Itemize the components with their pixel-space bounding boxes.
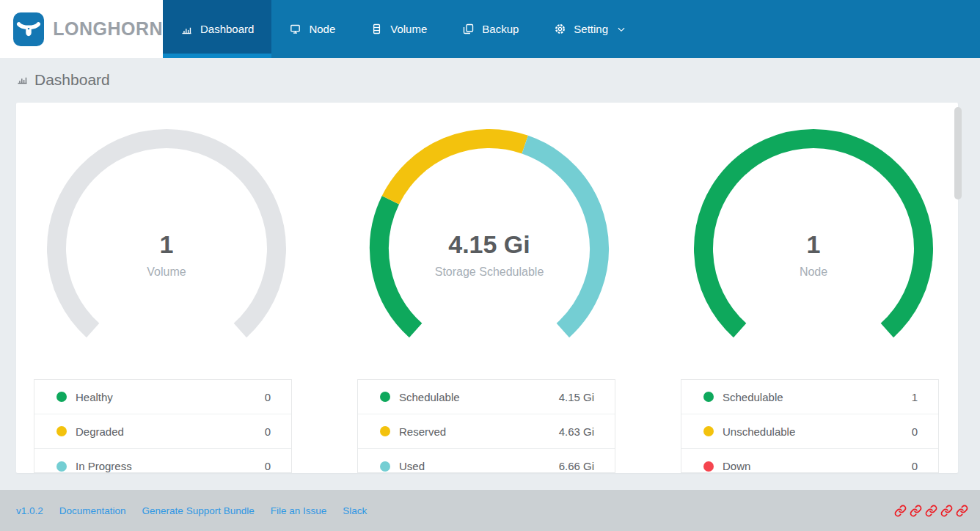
storage-gauge: 4.15 Gi Storage Schedulable	[368, 128, 610, 370]
copy-backup-icon	[462, 23, 475, 35]
legend-row-down[interactable]: Down 0	[681, 449, 938, 473]
link-icon[interactable]	[910, 505, 922, 517]
unschedulable-dot	[703, 426, 714, 436]
legend-row-used[interactable]: Used 6.66 Gi	[358, 449, 615, 473]
legend-label: Down	[723, 460, 750, 472]
volume-count: 1	[64, 230, 269, 259]
legend-row-reserved[interactable]: Reserved 4.63 Gi	[358, 414, 615, 449]
legend-row-healthy[interactable]: Healthy 0	[34, 380, 291, 414]
degraded-dot	[56, 426, 67, 436]
storage-schedulable-value: 4.15 Gi	[387, 230, 592, 259]
node-count: 1	[711, 230, 916, 259]
schedulable-dot	[703, 392, 714, 402]
legend-value: 0	[912, 460, 918, 472]
nav-tab-label: Node	[309, 23, 335, 35]
legend-label: Degraded	[76, 425, 124, 438]
link-icon[interactable]	[894, 505, 907, 517]
scrollbar-thumb[interactable]	[954, 107, 962, 199]
legend-label: Schedulable	[399, 391, 460, 403]
legend-value: 0	[265, 425, 271, 438]
legend-value: 6.66 Gi	[559, 460, 594, 472]
bar-chart-icon	[16, 73, 29, 88]
page-title: Dashboard	[34, 71, 110, 89]
node-legend: Schedulable 1 Unschedulable 0 Down 0	[681, 379, 939, 473]
legend-row-unschedulable[interactable]: Unschedulable 0	[681, 414, 938, 449]
volume-gauge-label: Volume	[64, 266, 269, 279]
logo[interactable]: LONGHORN	[0, 0, 163, 58]
legend-label: Unschedulable	[723, 425, 795, 438]
nav-tab-node[interactable]: Node	[271, 0, 353, 58]
storage-legend: Schedulable 4.15 Gi Reserved 4.63 Gi Use…	[357, 379, 615, 473]
link-icon[interactable]	[940, 505, 953, 517]
legend-label: Healthy	[76, 391, 113, 403]
legend-value: 4.63 Gi	[559, 425, 594, 438]
reserved-dot	[380, 426, 390, 436]
link-icon[interactable]	[925, 505, 937, 517]
legend-row-node-schedulable[interactable]: Schedulable 1	[681, 380, 938, 414]
legend-value: 4.15 Gi	[559, 391, 594, 403]
nav-tab-backup[interactable]: Backup	[445, 0, 536, 58]
volume-legend: Healthy 0 Degraded 0 In Progress 0	[34, 379, 292, 473]
bar-chart-icon	[180, 23, 193, 35]
healthy-dot	[56, 392, 67, 402]
legend-label: In Progress	[76, 460, 132, 472]
nav-menu: Dashboard Node Volume	[163, 0, 644, 58]
brand-text: LONGHORN	[53, 18, 163, 40]
in-progress-dot	[56, 461, 67, 472]
nav-tab-setting[interactable]: Setting	[536, 0, 644, 58]
nav-tab-label: Volume	[390, 23, 427, 35]
legend-row-degraded[interactable]: Degraded 0	[34, 414, 291, 449]
legend-row-schedulable[interactable]: Schedulable 4.15 Gi	[358, 380, 615, 414]
legend-value: 0	[265, 460, 271, 472]
dashboard-card: 1 Volume 4.15 Gi Storage Schedulable 1 N…	[16, 103, 958, 473]
footer: v1.0.2 Documentation Generate Support Bu…	[0, 490, 980, 531]
file-an-issue-link[interactable]: File an Issue	[271, 505, 327, 516]
page-header: Dashboard	[16, 71, 110, 89]
down-dot	[703, 461, 714, 472]
slack-link[interactable]: Slack	[343, 505, 367, 516]
legend-label: Used	[399, 460, 425, 472]
storage-stack-icon	[370, 23, 383, 35]
nav-tab-label: Backup	[482, 23, 519, 35]
nav-tab-dashboard[interactable]: Dashboard	[163, 0, 271, 58]
volume-gauge: 1 Volume	[45, 128, 288, 370]
node-gauge: 1 Node	[692, 128, 935, 370]
schedulable-dot	[380, 392, 390, 402]
chevron-down-icon	[616, 24, 626, 34]
nav-tab-volume[interactable]: Volume	[353, 0, 445, 58]
legend-label: Reserved	[399, 425, 446, 438]
top-navbar: LONGHORN Dashboard Node	[0, 0, 980, 58]
storage-gauge-label: Storage Schedulable	[387, 266, 592, 279]
legend-value: 0	[912, 425, 918, 438]
legend-value: 1	[912, 391, 918, 403]
legend-value: 0	[265, 391, 271, 403]
monitor-icon	[289, 23, 301, 35]
footer-links: v1.0.2 Documentation Generate Support Bu…	[16, 505, 367, 516]
nav-tab-label: Dashboard	[200, 23, 254, 35]
version-label: v1.0.2	[16, 505, 43, 516]
generate-support-bundle-link[interactable]: Generate Support Bundle	[142, 505, 255, 516]
node-gauge-label: Node	[711, 266, 916, 279]
gear-icon	[554, 23, 566, 35]
documentation-link[interactable]: Documentation	[59, 505, 126, 516]
nav-tab-label: Setting	[574, 23, 608, 35]
used-dot	[380, 461, 390, 472]
longhorn-bull-icon	[13, 12, 44, 46]
legend-label: Schedulable	[723, 391, 783, 403]
legend-row-in-progress[interactable]: In Progress 0	[34, 449, 291, 473]
footer-social-links	[894, 505, 968, 517]
link-icon[interactable]	[956, 505, 968, 517]
